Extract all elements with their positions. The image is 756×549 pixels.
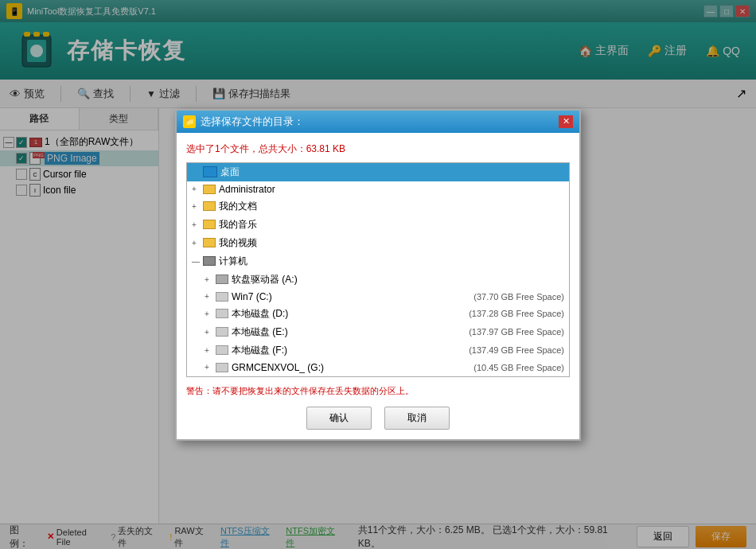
drive-f-icon xyxy=(216,345,228,355)
floppy-icon xyxy=(216,274,228,284)
modal-title-text: 选择保存文件的目录： xyxy=(201,115,559,129)
folder-item-g[interactable]: + GRMCENXVOL_ (G:) (10.45 GB Free Space) xyxy=(187,360,569,376)
folder-label-administrator: Administrator xyxy=(219,184,275,195)
free-space-c: (37.70 GB Free Space) xyxy=(473,292,564,302)
drive-d-icon xyxy=(216,309,228,318)
free-space-e: (137.97 GB Free Space) xyxy=(469,327,564,337)
modal-close-button[interactable]: ✕ xyxy=(559,115,573,128)
modal-overlay: 📁 选择保存文件的目录： ✕ 选中了1个文件，总共大小：63.81 KB 桌面 … xyxy=(0,0,756,549)
drive-c-icon xyxy=(216,292,228,302)
folder-label-g: GRMCENXVOL_ (G:) xyxy=(232,362,324,373)
cancel-button[interactable]: 取消 xyxy=(384,407,450,430)
expand-d: + xyxy=(205,310,216,318)
folder-item-f[interactable]: + 本地磁盘 (F:) (137.49 GB Free Space) xyxy=(187,341,569,360)
folder-icon-music xyxy=(203,220,216,229)
expand-g: + xyxy=(205,363,216,372)
confirm-button[interactable]: 确认 xyxy=(306,407,372,430)
save-directory-modal: 📁 选择保存文件的目录： ✕ 选中了1个文件，总共大小：63.81 KB 桌面 … xyxy=(175,109,581,441)
expand-administrator: + xyxy=(192,185,203,193)
folder-label-computer: 计算机 xyxy=(219,255,247,268)
modal-info: 选中了1个文件，总共大小：63.81 KB xyxy=(186,142,570,156)
folder-label-f: 本地磁盘 (F:) xyxy=(232,344,287,357)
modal-warning: 警告：请不要把恢复出来的文件保存在丢失数据的分区上。 xyxy=(186,385,570,397)
modal-title-icon: 📁 xyxy=(183,115,196,128)
expand-c: + xyxy=(205,292,216,301)
folder-label-music: 我的音乐 xyxy=(219,218,257,232)
expand-f: + xyxy=(205,346,216,355)
folder-label-e: 本地磁盘 (E:) xyxy=(232,325,288,339)
folder-item-documents[interactable]: + 我的文档 xyxy=(187,197,569,216)
desktop-icon xyxy=(203,166,217,177)
drive-g-icon xyxy=(216,363,228,372)
expand-e: + xyxy=(205,328,216,337)
folder-label-c: Win7 (C:) xyxy=(232,291,272,302)
folder-item-c[interactable]: + Win7 (C:) (37.70 GB Free Space) xyxy=(187,289,569,305)
folder-label-documents: 我的文档 xyxy=(219,200,257,213)
modal-buttons: 确认 取消 xyxy=(186,407,570,430)
expand-floppy: + xyxy=(205,275,216,284)
free-space-g: (10.45 GB Free Space) xyxy=(473,363,564,372)
folder-tree[interactable]: 桌面 + Administrator + 我的文档 + xyxy=(186,162,570,377)
expand-documents: + xyxy=(192,202,203,211)
folder-item-music[interactable]: + 我的音乐 xyxy=(187,216,569,234)
modal-title-bar: 📁 选择保存文件的目录： ✕ xyxy=(177,111,579,133)
folder-icon-administrator xyxy=(203,185,216,194)
folder-item-e[interactable]: + 本地磁盘 (E:) (137.97 GB Free Space) xyxy=(187,323,569,341)
folder-item-administrator[interactable]: + Administrator xyxy=(187,181,569,197)
folder-item-video[interactable]: + 我的视频 xyxy=(187,234,569,252)
folder-item-d[interactable]: + 本地磁盘 (D:) (137.28 GB Free Space) xyxy=(187,305,569,323)
folder-icon-documents xyxy=(203,201,216,211)
computer-icon xyxy=(203,256,216,266)
folder-label-video: 我的视频 xyxy=(219,236,257,250)
folder-label-d: 本地磁盘 (D:) xyxy=(232,307,288,321)
folder-label-desktop: 桌面 xyxy=(220,165,240,179)
folder-item-computer[interactable]: — 计算机 xyxy=(187,252,569,271)
free-space-d: (137.28 GB Free Space) xyxy=(469,309,564,318)
folder-icon-video xyxy=(203,238,216,247)
free-space-f: (137.49 GB Free Space) xyxy=(469,345,564,355)
expand-video: + xyxy=(192,239,203,247)
folder-item-floppy[interactable]: + 软盘驱动器 (A:) xyxy=(187,271,569,289)
modal-body: 选中了1个文件，总共大小：63.81 KB 桌面 + Administrator xyxy=(177,133,579,439)
expand-computer: — xyxy=(192,257,203,266)
folder-label-floppy: 软盘驱动器 (A:) xyxy=(232,273,298,286)
expand-music: + xyxy=(192,220,203,229)
drive-e-icon xyxy=(216,327,228,337)
folder-item-desktop[interactable]: 桌面 xyxy=(187,163,569,181)
